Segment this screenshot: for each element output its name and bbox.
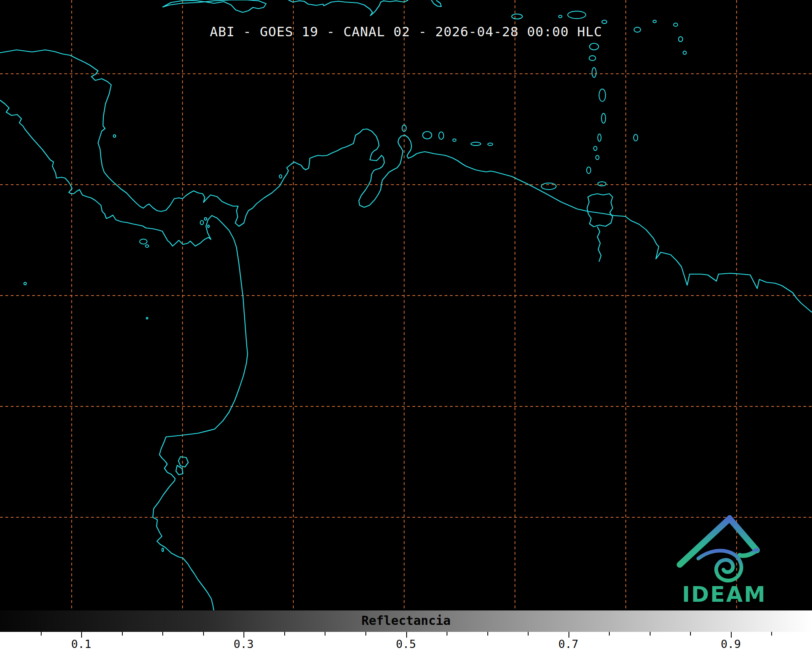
island-dominica — [602, 20, 607, 23]
trinidad-coast — [587, 194, 613, 227]
jamaica-coast — [163, 0, 266, 12]
island-mona — [559, 15, 562, 18]
island-marie-galante — [683, 51, 686, 54]
colorbar-minor-tick — [690, 632, 691, 636]
colorbar-major-tick — [243, 632, 244, 638]
colorbar-minor-tick — [650, 632, 651, 636]
ideam-logo: IDEAM — [675, 515, 775, 609]
image-title: ABI - GOES 19 - CANAL 02 - 2026-04-28 00… — [0, 24, 812, 40]
island-pearl-island-3 — [208, 225, 209, 228]
colorbar-tick-label: 0.5 — [396, 638, 416, 650]
satellite-image-viewport: ABI - GOES 19 - CANAL 02 - 2026-04-28 00… — [0, 0, 812, 650]
colorbar-minor-tick — [203, 632, 204, 636]
logo-spiral — [698, 551, 741, 581]
colorbar-major-tick — [731, 632, 732, 638]
colorbar-minor-tick — [528, 632, 529, 636]
colorbar-major-tick — [406, 632, 407, 638]
island-tobago — [598, 182, 606, 186]
island-islet-chain — [598, 134, 601, 141]
colorbar-axis: 0.10.30.50.70.9 — [0, 632, 812, 650]
hispaniola-east-coast — [431, 0, 441, 7]
island-las-aves — [471, 142, 481, 145]
island-cocos-island — [24, 282, 26, 285]
island-pearl-island-2 — [204, 218, 207, 220]
island-providencia — [279, 175, 282, 178]
colorbar-minor-tick — [771, 632, 772, 636]
colorbar-tick-label: 0.1 — [71, 638, 91, 650]
island-puerto-rico — [568, 11, 586, 19]
buenaventura-lagoon-loop — [176, 465, 183, 475]
colorbar-minor-tick — [41, 632, 42, 636]
island-st-lucia — [589, 56, 596, 61]
island-islet-chain-3 — [596, 155, 599, 160]
colorbar-minor-tick — [122, 632, 123, 636]
colorbar-major-tick — [569, 632, 569, 638]
colorbar-minor-tick — [365, 632, 366, 636]
colorbar-minor-tick — [487, 632, 488, 636]
island-barbados — [634, 134, 638, 141]
island-martinique — [590, 43, 599, 50]
island-gorgona — [162, 548, 164, 551]
pacific-mainland-coast — [0, 100, 248, 610]
island-los-roques — [453, 139, 456, 141]
colorbar-title: Reflectancia — [0, 610, 812, 632]
colorbar-minor-tick — [609, 632, 610, 636]
reflectance-colorbar: Reflectancia — [0, 610, 812, 633]
colorbar-minor-tick — [162, 632, 163, 636]
hispaniola-south-coast — [288, 0, 408, 16]
island-st-vincent — [592, 68, 596, 77]
island-grenadines — [599, 89, 606, 101]
island-bonaire — [439, 132, 444, 139]
island-grenadines-south — [601, 113, 606, 123]
colorbar-tick-label: 0.3 — [234, 638, 254, 650]
island-corn-island — [113, 135, 116, 137]
island-curacao — [423, 131, 432, 139]
colorbar-minor-tick — [284, 632, 285, 636]
island-antigua — [653, 20, 656, 23]
island-islet-chain-2 — [594, 146, 597, 150]
colorbar-tick-label: 0.7 — [558, 638, 578, 650]
island-la-orchila — [488, 143, 493, 145]
island-pearl-island-1 — [200, 221, 204, 225]
map-canvas: ABI - GOES 19 - CANAL 02 - 2026-04-28 00… — [0, 0, 812, 610]
island-margarita — [541, 183, 556, 190]
island-saona — [512, 14, 522, 19]
buenaventura-bay-loop — [178, 457, 188, 467]
island-coiba-islet — [145, 245, 149, 247]
colorbar-major-tick — [81, 632, 82, 638]
island-coiba — [140, 239, 147, 244]
caribbean-mainland-coast — [0, 50, 812, 312]
colorbar-tick-label: 0.9 — [721, 638, 741, 650]
orinoco-delta-islets — [597, 227, 601, 262]
logo-wordmark: IDEAM — [682, 582, 766, 607]
island-grenada — [587, 167, 591, 174]
colorbar-minor-tick — [325, 632, 325, 636]
colorbar-minor-tick — [447, 632, 447, 636]
island-malpelo — [146, 317, 148, 319]
logo-mountain-ridge — [739, 550, 757, 556]
